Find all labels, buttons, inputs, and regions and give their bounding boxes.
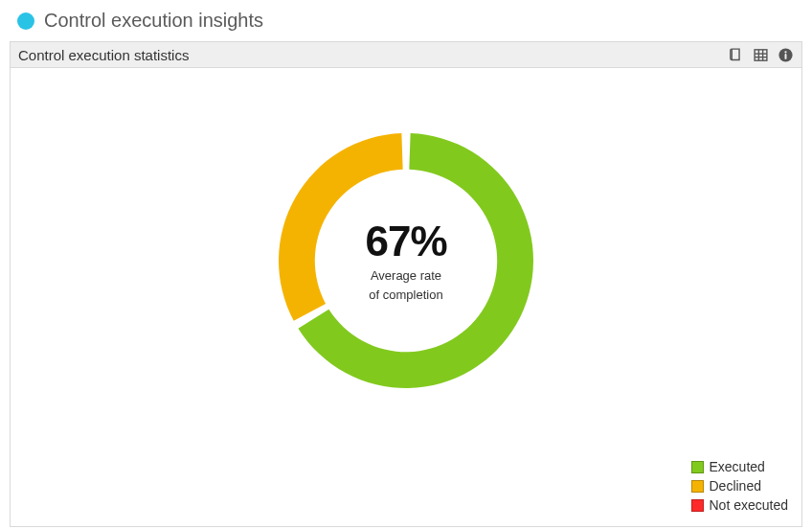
table-icon[interactable] (752, 46, 769, 63)
info-icon[interactable] (777, 46, 794, 63)
chart-legend: Executed Declined Not executed (691, 459, 789, 513)
legend-label: Not executed (710, 497, 789, 513)
status-dot-icon (17, 12, 34, 30)
title-row: Control execution insights (8, 8, 804, 37)
legend-swatch-icon (691, 461, 704, 473)
svg-point-6 (784, 51, 786, 53)
donut-slice (279, 133, 403, 321)
panel-title: Control execution statistics (18, 47, 189, 63)
legend-label: Executed (710, 459, 765, 474)
panel-header: Control execution statistics (11, 42, 801, 68)
page-title: Control execution insights (44, 10, 263, 32)
panel-body: 67% Average rate of completion Executed … (11, 68, 801, 526)
legend-item-executed: Executed (691, 459, 789, 474)
svg-rect-0 (755, 49, 767, 59)
legend-item-declined: Declined (691, 478, 789, 494)
book-icon[interactable] (727, 46, 744, 63)
legend-label: Declined (710, 478, 761, 494)
svg-rect-7 (784, 54, 786, 59)
legend-swatch-icon (691, 499, 704, 512)
panel-actions (727, 46, 794, 63)
legend-item-not-executed: Not executed (691, 497, 789, 513)
donut-chart: 67% Average rate of completion (272, 126, 540, 395)
statistics-panel: Control execution statistics (10, 41, 802, 527)
legend-swatch-icon (691, 480, 704, 493)
